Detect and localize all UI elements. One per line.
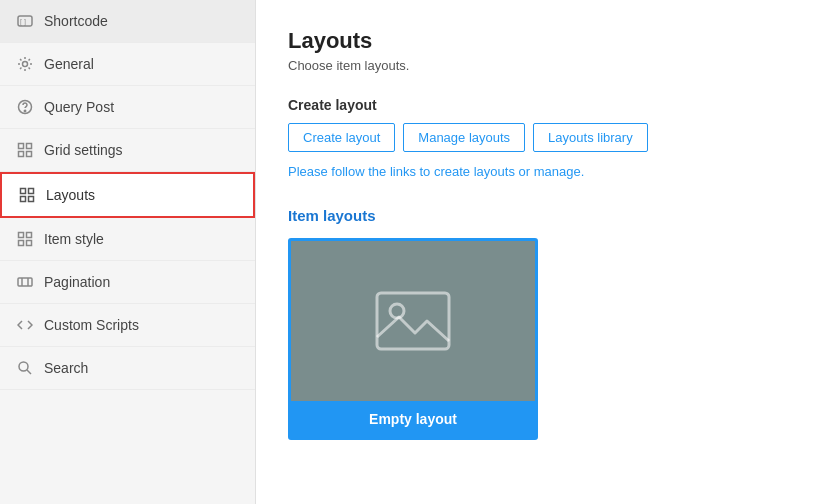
layout-card-image xyxy=(291,241,535,401)
empty-layout-card[interactable]: Empty layout xyxy=(288,238,538,440)
sidebar-item-grid-settings-label: Grid settings xyxy=(44,142,123,158)
sidebar-item-shortcode[interactable]: [ ] Shortcode xyxy=(0,0,255,43)
svg-rect-23 xyxy=(377,293,449,349)
sidebar-item-item-style[interactable]: Item style xyxy=(0,218,255,261)
sidebar-item-query-post-label: Query Post xyxy=(44,99,114,115)
info-text: Please follow the links to create layout… xyxy=(288,164,793,179)
image-placeholder-icon xyxy=(373,289,453,353)
svg-point-2 xyxy=(23,62,28,67)
pagination-icon xyxy=(16,273,34,291)
svg-rect-9 xyxy=(21,189,26,194)
gear-icon xyxy=(16,55,34,73)
grid-icon xyxy=(16,141,34,159)
page-subtitle: Choose item layouts. xyxy=(288,58,793,73)
layouts-icon xyxy=(18,186,36,204)
sidebar-item-general-label: General xyxy=(44,56,94,72)
query-icon xyxy=(16,98,34,116)
sidebar-item-layouts[interactable]: Layouts xyxy=(0,172,255,218)
item-layouts-label: Item layouts xyxy=(288,207,793,224)
svg-rect-16 xyxy=(27,241,32,246)
sidebar-item-search[interactable]: Search xyxy=(0,347,255,390)
shortcode-icon: [ ] xyxy=(16,12,34,30)
svg-rect-17 xyxy=(18,278,32,286)
sidebar-item-shortcode-label: Shortcode xyxy=(44,13,108,29)
action-buttons: Create layout Manage layouts Layouts lib… xyxy=(288,123,793,152)
svg-point-20 xyxy=(19,362,28,371)
item-style-icon xyxy=(16,230,34,248)
svg-rect-5 xyxy=(19,144,24,149)
sidebar-item-grid-settings[interactable]: Grid settings xyxy=(0,129,255,172)
svg-rect-14 xyxy=(27,233,32,238)
svg-line-21 xyxy=(27,370,31,374)
page-title: Layouts xyxy=(288,28,793,54)
main-content: Layouts Choose item layouts. Create layo… xyxy=(256,0,825,504)
svg-rect-7 xyxy=(19,152,24,157)
empty-layout-label: Empty layout xyxy=(291,401,535,437)
sidebar-item-pagination-label: Pagination xyxy=(44,274,110,290)
sidebar-item-general[interactable]: General xyxy=(0,43,255,86)
svg-rect-6 xyxy=(27,144,32,149)
svg-rect-15 xyxy=(19,241,24,246)
svg-rect-11 xyxy=(21,197,26,202)
sidebar-item-query-post[interactable]: Query Post xyxy=(0,86,255,129)
sidebar-item-custom-scripts-label: Custom Scripts xyxy=(44,317,139,333)
svg-point-24 xyxy=(390,304,404,318)
sidebar: [ ] Shortcode General Query Post Grid se… xyxy=(0,0,256,504)
create-layout-button[interactable]: Create layout xyxy=(288,123,395,152)
svg-rect-13 xyxy=(19,233,24,238)
svg-rect-12 xyxy=(29,197,34,202)
create-layout-section-label: Create layout xyxy=(288,97,793,113)
sidebar-item-search-label: Search xyxy=(44,360,88,376)
svg-point-4 xyxy=(24,110,25,111)
code-icon xyxy=(16,316,34,334)
layouts-library-button[interactable]: Layouts library xyxy=(533,123,648,152)
sidebar-item-item-style-label: Item style xyxy=(44,231,104,247)
sidebar-item-custom-scripts[interactable]: Custom Scripts xyxy=(0,304,255,347)
sidebar-item-pagination[interactable]: Pagination xyxy=(0,261,255,304)
svg-rect-10 xyxy=(29,189,34,194)
manage-layouts-button[interactable]: Manage layouts xyxy=(403,123,525,152)
svg-rect-8 xyxy=(27,152,32,157)
svg-text:[ ]: [ ] xyxy=(20,18,26,26)
sidebar-item-layouts-label: Layouts xyxy=(46,187,95,203)
search-icon xyxy=(16,359,34,377)
